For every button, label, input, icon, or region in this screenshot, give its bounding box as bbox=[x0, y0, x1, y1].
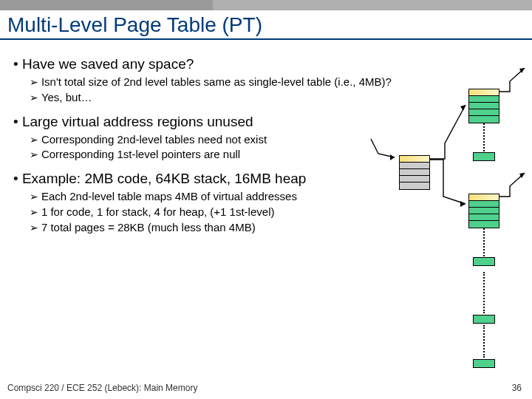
first-level-page-table bbox=[399, 155, 430, 190]
arrow-frame-b bbox=[499, 186, 529, 201]
slide-top-bar bbox=[0, 0, 532, 10]
vertical-dots bbox=[483, 228, 485, 256]
svg-marker-1 bbox=[460, 105, 466, 111]
bullet-level2: Isn't total size of 2nd level tables sam… bbox=[43, 75, 406, 89]
bullet-level1: Large virtual address regions unused bbox=[13, 114, 406, 130]
slide-footer: Compsci 220 / ECE 252 (Lebeck): Main Mem… bbox=[7, 383, 197, 393]
bullet-level2: Yes, but… bbox=[43, 91, 406, 105]
bullet-level1: Have we saved any space? bbox=[13, 56, 406, 72]
vertical-dots bbox=[483, 325, 485, 358]
arrow-frame-a bbox=[499, 81, 529, 96]
slide-top-bar-accent bbox=[0, 0, 213, 10]
bullet-level1: Example: 2MB code, 64KB stack, 16MB heap bbox=[13, 171, 406, 187]
title-underline bbox=[0, 38, 532, 40]
svg-marker-2 bbox=[460, 201, 466, 207]
bullet-level2: 1 for code, 1 for stack, 4 for heap, (+1… bbox=[43, 205, 406, 219]
second-level-page-table-b bbox=[468, 194, 499, 228]
slide-body: Have we saved any space? Isn't total siz… bbox=[0, 44, 414, 234]
second-level-entry bbox=[473, 359, 495, 368]
bullet-level2: 7 total pages = 28KB (much less than 4MB… bbox=[43, 221, 406, 235]
svg-marker-0 bbox=[390, 154, 395, 160]
second-level-entry bbox=[473, 257, 495, 266]
second-level-entry bbox=[473, 152, 495, 161]
vertical-dots bbox=[483, 272, 485, 313]
second-level-page-table-a bbox=[468, 89, 499, 123]
slide-title: Multi-Level Page Table (PT) bbox=[0, 10, 532, 38]
arrow-into-l1 bbox=[371, 139, 400, 161]
second-level-entry bbox=[473, 315, 495, 324]
bullet-level2: Corresponding 1st-level pointers are nul… bbox=[43, 148, 406, 162]
bullet-level2: Corresponding 2nd-level tables need not … bbox=[43, 133, 406, 147]
page-number: 36 bbox=[512, 383, 522, 393]
bullet-level2: Each 2nd-level table maps 4MB of virtual… bbox=[43, 190, 406, 204]
vertical-dots bbox=[483, 123, 485, 151]
